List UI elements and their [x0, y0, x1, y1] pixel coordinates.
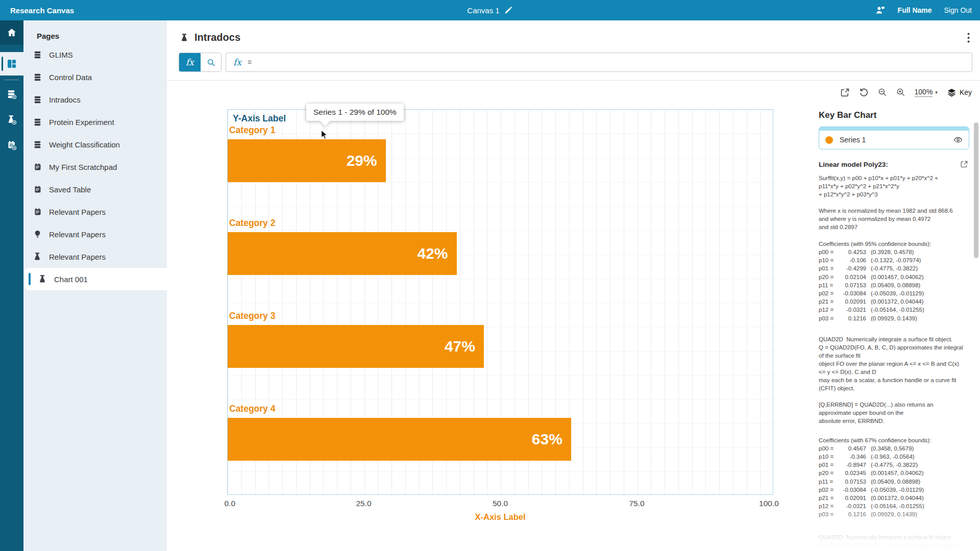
flask-icon: [180, 33, 189, 42]
bar-value-label: 29%: [347, 152, 377, 169]
sidebar-item-label: GLIMS: [49, 51, 73, 59]
coefficient-row: p20 =0.02345(0.001457, 0.04062): [819, 469, 976, 477]
normalization-text: Where x is normalized by mean 1982 and s…: [819, 207, 976, 231]
sidebar-item-label: Chart 001: [54, 275, 88, 284]
main-content: Intradocs fx fx = 100% ▾ Key: [167, 20, 980, 551]
coefficient-row: p01 =-0.8947(-0.4775, -0.3822): [819, 461, 976, 469]
bar-category-1[interactable]: 29%: [228, 139, 386, 182]
series-row: Series 1: [819, 131, 969, 149]
undo-icon[interactable]: [859, 88, 869, 97]
coefficient-row: p03 =0.1216(0.09929, 0.1439): [819, 510, 976, 518]
user-edit-icon[interactable]: [875, 6, 886, 15]
category-label-2: Category 2: [229, 218, 275, 229]
topbar-right: Full Name Sign Out: [875, 0, 972, 20]
app-window: Research Canvas Canvas 1 Full Name Sign …: [0, 0, 980, 551]
sidebar-item-label: Relevant Papers: [49, 253, 106, 261]
notepad-icon: [33, 185, 42, 194]
eye-icon[interactable]: [953, 135, 963, 144]
sidebar-item-my-first-scratchpad[interactable]: My First Scratchpad: [23, 156, 167, 178]
pages-sidebar: Pages GLIMSControl DataIntradocsProtein …: [23, 20, 167, 551]
model-formula-text: Surffit(x,y) = p00 + p10*x + p01*y + p20…: [819, 174, 976, 198]
search-mode-button[interactable]: [201, 53, 221, 71]
sidebar-item-label: Protein Experiment: [49, 118, 114, 127]
sidebar-item-weight-classification[interactable]: Weight Classification: [23, 133, 167, 156]
bar-value-label: 47%: [445, 338, 475, 355]
series-card-strip: [819, 127, 969, 131]
x-tick-label: 25.0: [356, 499, 371, 508]
sidebar-item-relevant-papers-3[interactable]: Relevant Papers: [23, 245, 167, 268]
coefficient-row: p21 =0.02091(0.001372, 0.04044): [819, 494, 976, 502]
formula-input[interactable]: fx =: [226, 53, 972, 72]
bar-category-2[interactable]: 42%: [228, 232, 457, 275]
series-color-dot: [825, 136, 833, 144]
coefficient-row: p00 =0.4253(0.3928, 0.4578): [819, 248, 976, 256]
zoom-in-icon[interactable]: [896, 88, 905, 97]
notepad-icon: [33, 163, 42, 171]
bar-category-3[interactable]: 47%: [228, 325, 484, 368]
kebab-menu-icon[interactable]: [967, 33, 970, 43]
sidebar-item-label: Control Data: [49, 73, 92, 82]
sidebar-list: GLIMSControl DataIntradocsProtein Experi…: [23, 43, 167, 290]
rail-add-scratchpad-button[interactable]: [0, 134, 23, 157]
x-axis-label: X-Axis Label: [227, 512, 773, 522]
sidebar-item-intradocs[interactable]: Intradocs: [23, 88, 167, 111]
top-app-bar: Research Canvas Canvas 1 Full Name Sign …: [0, 0, 980, 20]
fx-mode-button[interactable]: fx: [179, 53, 201, 71]
canvas-title: Canvas 1: [467, 6, 499, 15]
formula-mode-group: fx: [179, 53, 222, 72]
sidebar-item-chart-001[interactable]: Chart 001: [24, 268, 167, 290]
sidebar-item-relevant-papers-2[interactable]: Relevant Papers: [23, 223, 167, 245]
user-name[interactable]: Full Name: [898, 6, 932, 14]
category-label-1: Category 1: [229, 125, 275, 136]
home-icon: [7, 28, 17, 38]
zoom-out-icon[interactable]: [878, 88, 887, 97]
lightbulb-icon: [33, 230, 42, 239]
sidebar-item-glims[interactable]: GLIMS: [23, 43, 167, 66]
coefficient-row: p10 =-0.106(-0.1322, -0.07974): [819, 256, 976, 264]
sidebar-item-relevant-papers[interactable]: Relevant Papers: [23, 201, 167, 223]
sidebar-item-protein-experiment[interactable]: Protein Experiment: [23, 111, 167, 133]
series-name: Series 1: [840, 136, 866, 144]
key-toggle-button[interactable]: Key: [947, 88, 972, 97]
rail-add-experiment-button[interactable]: [0, 109, 23, 131]
page-title: Intradocs: [194, 32, 240, 43]
sidebar-item-label: Saved Table: [49, 185, 91, 194]
sidebar-item-label: Relevant Papers: [49, 230, 106, 239]
app-title: Research Canvas: [10, 0, 74, 20]
rail-add-database-button[interactable]: [0, 83, 23, 106]
notepad-icon: [33, 208, 42, 216]
rail-home-button[interactable]: [0, 20, 23, 45]
search-icon: [207, 58, 215, 67]
rail-pages-button[interactable]: [0, 52, 23, 76]
x-axis-ticks: 0.025.050.075.0100.0: [227, 499, 773, 509]
pencil-icon[interactable]: [505, 6, 513, 14]
canvas-title-group: Canvas 1: [467, 0, 512, 20]
coefficient-row: p01 =-0.4299(-0.4775, -0.3822): [819, 264, 976, 272]
expand-icon[interactable]: [840, 88, 850, 97]
bar-chart-plot[interactable]: Y-Axis Label Category 129%Category 242%C…: [227, 109, 773, 495]
scrollbar-thumb[interactable]: [974, 122, 978, 258]
coefficient-row: p12 =-0.0321(-0.05164, -0.01255): [819, 502, 976, 510]
header-divider: [167, 80, 980, 81]
sidebar-item-control-data[interactable]: Control Data: [23, 66, 167, 88]
bar-value-label: 63%: [532, 431, 562, 448]
y-axis-label: Y-Axis Label: [233, 113, 286, 124]
chart-toolbar: 100% ▾ Key: [840, 84, 972, 101]
bar-category-4[interactable]: 63%: [228, 418, 571, 461]
zoom-level-select[interactable]: 100% ▾: [915, 88, 938, 97]
sidebar-item-label: Intradocs: [49, 95, 81, 104]
sidebar-item-saved-table[interactable]: Saved Table: [23, 178, 167, 201]
mouse-cursor: [318, 129, 330, 140]
flask-icon: [38, 274, 47, 284]
model-title: Linear model Poly23:: [819, 161, 888, 168]
open-external-icon[interactable]: [960, 160, 968, 168]
formula-value: =: [248, 58, 252, 66]
quad2d-text-2: [Q,ERRBND] = QUAD2D(...) also returns an…: [819, 400, 976, 425]
series-legend-card: Series 1: [819, 127, 969, 149]
x-tick-label: 0.0: [225, 499, 236, 508]
rail-divider: [5, 80, 19, 80]
sign-out-link[interactable]: Sign Out: [944, 6, 972, 14]
coefficient-row: p11 =0.07153(0.05409, 0.08898): [819, 478, 976, 486]
quad2d-text-1: QUAD2D Numerically integrate a surface f…: [819, 335, 976, 392]
coef67-header: Coefficients (with 67% confidence bounds…: [819, 436, 976, 444]
